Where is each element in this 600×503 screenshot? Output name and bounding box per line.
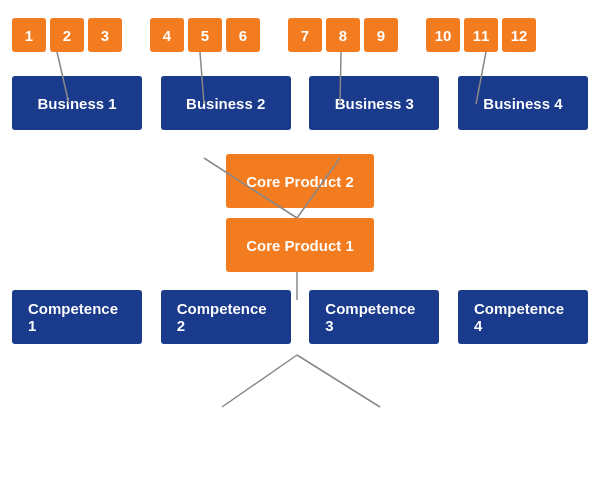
- svg-line-8: [297, 355, 380, 407]
- number-box-9: 9: [364, 18, 398, 52]
- num-group-1: 123: [12, 18, 122, 52]
- number-box-6: 6: [226, 18, 260, 52]
- number-box-4: 4: [150, 18, 184, 52]
- competence-box-1[interactable]: Competence 1: [12, 290, 142, 344]
- number-row: 123 456 789 101112: [0, 0, 600, 62]
- business-box-3[interactable]: Business 3: [309, 76, 439, 130]
- core-product-2-box[interactable]: Core Product 2: [226, 154, 374, 208]
- competence-box-4[interactable]: Competence 4: [458, 290, 588, 344]
- number-box-8: 8: [326, 18, 360, 52]
- number-box-5: 5: [188, 18, 222, 52]
- number-box-10: 10: [426, 18, 460, 52]
- number-box-1: 1: [12, 18, 46, 52]
- business-box-1[interactable]: Business 1: [12, 76, 142, 130]
- business-box-4[interactable]: Business 4: [458, 76, 588, 130]
- business-box-2[interactable]: Business 2: [161, 76, 291, 130]
- business-row: Business 1Business 2Business 3Business 4: [0, 62, 600, 140]
- competence-row: Competence 1Competence 2Competence 3Comp…: [0, 272, 600, 354]
- number-box-12: 12: [502, 18, 536, 52]
- competence-box-2[interactable]: Competence 2: [161, 290, 291, 344]
- number-box-11: 11: [464, 18, 498, 52]
- num-group-4: 101112: [426, 18, 536, 52]
- core-product-1-row: Core Product 1: [0, 208, 600, 272]
- num-group-2: 456: [150, 18, 260, 52]
- svg-line-7: [222, 355, 297, 407]
- num-group-3: 789: [288, 18, 398, 52]
- core-product-2-row: Core Product 2: [0, 140, 600, 208]
- number-box-3: 3: [88, 18, 122, 52]
- competence-box-3[interactable]: Competence 3: [309, 290, 439, 344]
- core-product-1-box[interactable]: Core Product 1: [226, 218, 374, 272]
- number-box-2: 2: [50, 18, 84, 52]
- number-box-7: 7: [288, 18, 322, 52]
